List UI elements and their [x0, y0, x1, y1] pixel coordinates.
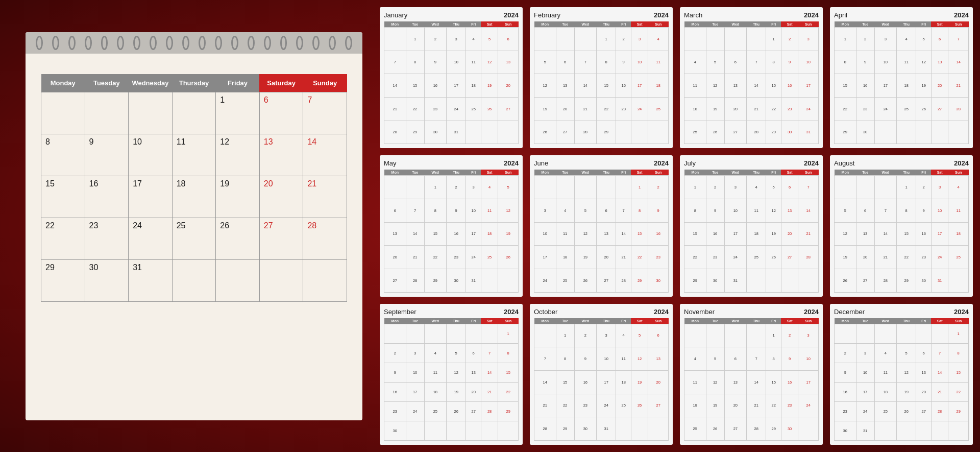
- mini-day-cell: [706, 28, 724, 51]
- mini-day-cell: 25: [874, 401, 896, 421]
- mini-day-thu: Thu: [596, 318, 616, 324]
- calendar-day: [259, 259, 303, 301]
- mini-day-sat: Sat: [781, 21, 798, 28]
- mini-day-cell: 1: [835, 28, 856, 51]
- mini-day-cell: 29: [896, 269, 916, 292]
- mini-day-cell: [616, 121, 631, 144]
- mini-day-cell: 8: [766, 347, 781, 371]
- calendar-day: [216, 259, 260, 301]
- mini-day-cell: [424, 324, 446, 343]
- mini-day-cell: [948, 121, 969, 144]
- mini-day-cell: 30: [916, 269, 931, 292]
- mini-day-cell: 1: [766, 28, 781, 51]
- mini-day-cell: 15: [406, 74, 424, 98]
- mini-day-sat: Sat: [631, 170, 648, 176]
- calendar-day: [129, 92, 173, 134]
- mini-month-name: December: [834, 308, 865, 316]
- mini-day-thu: Thu: [896, 170, 916, 176]
- mini-day-cell: 23: [835, 401, 856, 421]
- mini-month-name: October: [534, 308, 557, 316]
- calendar-day: 9: [85, 134, 129, 176]
- mini-day-cell: 3: [798, 324, 819, 347]
- mini-day-cell: 5: [835, 199, 856, 222]
- mini-day-cell: 30: [574, 417, 596, 441]
- mini-year-num: 2024: [954, 11, 969, 19]
- mini-day-cell: 18: [466, 74, 481, 98]
- mini-day-cell: 26: [766, 246, 781, 269]
- mini-calendar-november: November 2024 Mon Tue Wed Thu Fri Sat Su…: [680, 304, 823, 445]
- mini-day-cell: 25: [896, 97, 916, 121]
- mini-day-cell: [446, 324, 465, 343]
- calendar-day: 21: [303, 176, 347, 218]
- mini-day-cell: 17: [534, 246, 556, 269]
- mini-day-thu: Thu: [746, 318, 766, 324]
- mini-day-wed: Wed: [724, 170, 746, 176]
- mini-day-cell: 7: [616, 199, 631, 222]
- mini-day-cell: 8: [766, 51, 781, 74]
- mini-day-sun: Sun: [648, 318, 669, 324]
- mini-day-cell: 3: [724, 176, 746, 199]
- mini-day-cell: 25: [648, 97, 669, 121]
- mini-day-thu: Thu: [746, 21, 766, 28]
- mini-day-cell: [406, 324, 424, 343]
- mini-day-cell: 8: [424, 199, 446, 222]
- mini-day-cell: 28: [406, 269, 424, 292]
- mini-day-cell: 12: [534, 74, 556, 98]
- mini-grid: Mon Tue Wed Thu Fri Sat Sun 123456789101…: [534, 21, 669, 144]
- mini-day-cell: 15: [948, 363, 969, 382]
- mini-day-cell: 28: [931, 401, 948, 421]
- mini-year-num: 2024: [954, 159, 969, 167]
- mini-day-cell: 3: [596, 324, 616, 347]
- day-header-fri: Friday: [216, 74, 260, 92]
- calendar-day: 20: [259, 176, 303, 218]
- mini-day-cell: 22: [406, 97, 424, 121]
- mini-day-cell: 1: [556, 324, 574, 347]
- mini-day-cell: 26: [534, 121, 556, 144]
- mini-cal-header: December 2024: [834, 308, 969, 316]
- mini-day-cell: 1: [424, 176, 446, 199]
- mini-day-cell: 10: [406, 363, 424, 382]
- mini-day-fri: Fri: [916, 170, 931, 176]
- mini-day-cell: 10: [446, 51, 465, 74]
- mini-day-cell: 8: [948, 343, 969, 363]
- mini-day-cell: 26: [481, 97, 498, 121]
- mini-day-cell: [931, 421, 948, 440]
- mini-day-cell: [481, 324, 498, 343]
- mini-day-cell: 9: [446, 199, 465, 222]
- mini-cal-header: January 2024: [384, 11, 519, 19]
- mini-day-cell: 7: [534, 347, 556, 371]
- mini-day-cell: 21: [384, 97, 406, 121]
- mini-day-cell: 19: [835, 246, 856, 269]
- calendar-day: [172, 259, 216, 301]
- mini-day-cell: 3: [631, 28, 648, 51]
- mini-day-cell: 16: [574, 370, 596, 394]
- mini-day-cell: 3: [798, 28, 819, 51]
- mini-grid: Mon Tue Wed Thu Fri Sat Sun 123456789101…: [384, 21, 519, 144]
- mini-day-cell: 26: [835, 269, 856, 292]
- mini-day-cell: 5: [896, 343, 916, 363]
- spiral-coil: [296, 36, 303, 50]
- mini-day-thu: Thu: [446, 170, 465, 176]
- mini-day-cell: 26: [706, 121, 724, 144]
- mini-day-cell: 13: [856, 222, 874, 246]
- mini-day-cell: 19: [766, 222, 781, 246]
- mini-day-cell: [481, 121, 498, 144]
- mini-day-cell: 20: [384, 246, 406, 269]
- mini-day-cell: 15: [766, 74, 781, 98]
- mini-day-fri: Fri: [616, 21, 631, 28]
- mini-day-cell: 12: [706, 74, 724, 98]
- mini-day-sun: Sun: [498, 170, 519, 176]
- mini-day-cell: 6: [916, 343, 931, 363]
- mini-day-cell: 4: [874, 343, 896, 363]
- mini-day-wed: Wed: [424, 318, 446, 324]
- spiral-coil: [117, 36, 124, 50]
- calendar-day: 14: [303, 134, 347, 176]
- mini-day-cell: 4: [948, 176, 969, 199]
- mini-day-cell: 15: [896, 222, 916, 246]
- mini-day-cell: [746, 324, 766, 347]
- mini-day-cell: 8: [406, 51, 424, 74]
- mini-day-sat: Sat: [631, 21, 648, 28]
- calendar-day: 28: [303, 218, 347, 259]
- mini-day-cell: 8: [684, 199, 706, 222]
- mini-day-mon: Mon: [534, 170, 556, 176]
